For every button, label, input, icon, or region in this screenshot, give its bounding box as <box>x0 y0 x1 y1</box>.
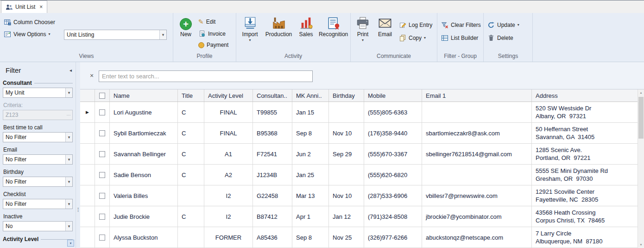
tab-unit-list[interactable]: Unit List × <box>1 0 47 13</box>
row-select-cell[interactable] <box>95 144 110 164</box>
tab-close-icon[interactable]: × <box>39 4 43 10</box>
row-indicator-cell <box>80 185 95 206</box>
row-select-cell[interactable] <box>95 206 110 227</box>
vertical-scrollbar[interactable]: ▲ ▼ <box>638 89 644 248</box>
column-header-mk-anniversary[interactable]: MK Anni.. <box>292 89 329 102</box>
scroll-down-arrow-icon[interactable]: ▼ <box>638 242 644 248</box>
row-checkbox[interactable] <box>99 172 105 178</box>
panel-splitter[interactable]: ⁞ <box>76 62 80 248</box>
button-label: New <box>180 31 191 38</box>
checklist-filter[interactable]: No Filter▾ <box>3 199 73 209</box>
group-label-filter-group: Filter - Group <box>437 53 483 59</box>
scrollbar-thumb[interactable] <box>638 97 644 139</box>
filter-panel-scroll-button[interactable]: ▾ <box>67 240 74 247</box>
splitter-grip-icon: ⁞ <box>76 207 80 213</box>
cell-mobile: (326)977-6266 <box>364 227 422 248</box>
row-indicator-cell <box>80 165 95 185</box>
chevron-down-icon[interactable]: ▾ <box>65 222 72 231</box>
column-header-title[interactable]: Title <box>178 89 204 102</box>
chevron-down-icon[interactable]: ▾ <box>65 88 72 97</box>
cell-activity-level: FINAL <box>204 123 253 143</box>
row-indicator-cell <box>80 144 95 164</box>
edit-button[interactable]: ✎ Edit <box>198 19 215 25</box>
chevron-down-icon[interactable]: ▾ <box>65 199 72 209</box>
column-header-mobile[interactable]: Mobile <box>364 89 422 102</box>
row-select-cell[interactable] <box>95 102 110 122</box>
main-content: × Name Title Activity Level Consultan.. … <box>80 62 644 248</box>
address-line-1: 520 SW Westside Dr <box>536 104 591 112</box>
criteria-field[interactable]: Z123··· <box>3 110 73 120</box>
copy-button[interactable]: Copy ▾ <box>399 34 432 42</box>
delete-button[interactable]: Delete <box>487 34 532 42</box>
row-select-cell[interactable] <box>95 165 110 185</box>
search-clear-icon[interactable]: × <box>90 72 94 79</box>
table-row[interactable]: Savannah BellingerCA1F72541Jun 2Sep 29(5… <box>80 144 638 165</box>
email-filter[interactable]: No Filter▾ <box>3 154 73 165</box>
search-input[interactable] <box>99 70 313 82</box>
row-checkbox[interactable] <box>99 193 105 199</box>
button-label: Print <box>357 31 369 38</box>
button-label: Column Chooser <box>13 19 55 25</box>
column-chooser-button[interactable]: Column Chooser <box>4 19 55 26</box>
row-select-cell[interactable] <box>95 227 110 248</box>
column-header-birthday[interactable]: Birthday <box>329 89 364 102</box>
cell-consultant-id: F72541 <box>253 144 292 164</box>
table-row[interactable]: Sybil BartlomieczakCFINALB95368Sep 8Nov … <box>80 123 638 144</box>
column-header-name[interactable]: Name <box>110 89 178 102</box>
consultant-filter[interactable]: My Unit▾ <box>3 88 73 98</box>
collapse-filter-panel-icon[interactable]: ◂ <box>69 68 72 73</box>
log-entry-button[interactable]: Log Entry <box>399 21 432 29</box>
view-options-button[interactable]: View Options ▾ <box>4 31 51 38</box>
cell-birthday <box>329 102 364 122</box>
birthday-filter[interactable]: No Filter▾ <box>3 177 73 187</box>
cell-mk-anniversary: Sep 8 <box>292 123 329 143</box>
row-checkbox[interactable] <box>99 214 105 220</box>
table-row[interactable]: Sadie BensonCA2J1234BJan 25(555)620-6820… <box>80 165 638 185</box>
criteria-ellipsis-button[interactable]: ··· <box>65 110 72 120</box>
select-all-checkbox[interactable] <box>99 93 105 99</box>
chevron-down-icon[interactable]: ▾ <box>65 155 72 164</box>
header-select-cell[interactable] <box>95 89 110 102</box>
payment-button[interactable]: Payment <box>198 42 228 48</box>
invoice-button[interactable]: Invoice <box>198 30 226 38</box>
row-select-cell[interactable] <box>95 123 110 143</box>
clear-filters-button[interactable]: Clear Filters <box>441 21 483 29</box>
ribbon-spacer <box>533 13 644 62</box>
cell-name: Lori Augustine <box>110 102 178 122</box>
button-label: Log Entry <box>409 22 432 28</box>
column-header-activity-level[interactable]: Activity Level <box>204 89 253 102</box>
cell-birthday: Sep 29 <box>329 144 364 164</box>
button-label: Production <box>265 31 292 38</box>
update-button[interactable]: Update ▾ <box>487 21 532 29</box>
list-builder-button[interactable]: List Builder <box>441 34 483 42</box>
new-icon: + <box>180 18 192 30</box>
scroll-up-arrow-icon[interactable]: ▲ <box>638 89 644 96</box>
cell-email-1: abuckstonqz@netscape.com <box>422 227 532 248</box>
row-checkbox[interactable] <box>99 235 105 241</box>
column-header-consultant[interactable]: Consultan.. <box>253 89 292 102</box>
chevron-down-icon[interactable]: ▾ <box>159 30 166 39</box>
button-label: Edit <box>206 19 216 25</box>
chevron-down-icon: ▾ <box>249 38 251 42</box>
new-button[interactable]: + New <box>176 16 196 38</box>
row-select-cell[interactable] <box>95 185 110 206</box>
table-row[interactable]: Alyssa BuckstonFORMERA85436Sep 8Nov 25(3… <box>80 227 638 248</box>
chevron-down-icon[interactable]: ▾ <box>65 133 72 142</box>
table-row[interactable]: Judie BrockieCI2B87412Apr 1Jan 12(791)32… <box>80 206 638 227</box>
view-selector-combo[interactable]: Unit Listing ▾ <box>64 30 167 40</box>
address-line-1: 7 Larry Circle <box>536 229 571 237</box>
table-row[interactable]: Valeria BillesI2G22458Mar 13Nov 10(287)5… <box>80 185 638 206</box>
best-time-to-call-filter[interactable]: No Filter▾ <box>3 132 73 142</box>
row-checkbox[interactable] <box>99 109 105 115</box>
inactive-filter[interactable]: No▾ <box>3 221 73 231</box>
column-header-address[interactable]: Address <box>532 89 638 102</box>
row-checkbox[interactable] <box>99 130 105 136</box>
row-checkbox[interactable] <box>99 151 105 157</box>
list-builder-icon <box>441 34 448 42</box>
cell-activity-level: A2 <box>204 165 253 185</box>
table-row[interactable]: ▶Lori AugustineCFINALT99855Jan 15(555)80… <box>80 102 638 123</box>
column-header-email-1[interactable]: Email 1 <box>422 89 532 102</box>
cell-title: C <box>178 123 204 143</box>
chevron-down-icon[interactable]: ▾ <box>65 177 72 186</box>
cell-birthday <box>329 165 364 185</box>
